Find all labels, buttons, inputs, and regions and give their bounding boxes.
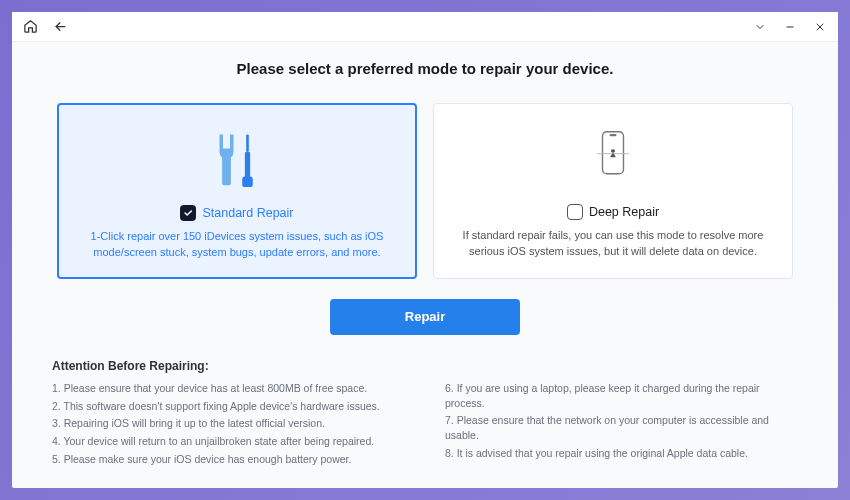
attention-item: 3. Repairing iOS will bring it up to the…	[52, 416, 405, 431]
attention-item: 5. Please make sure your iOS device has …	[52, 452, 405, 467]
svg-rect-1	[222, 156, 231, 186]
titlebar-right	[752, 19, 828, 35]
wrench-screwdriver-icon	[77, 119, 397, 199]
attention-block: Attention Before Repairing: 1. Please en…	[48, 355, 802, 466]
titlebar	[12, 12, 838, 42]
attention-right-col: 6. If you are using a laptop, please kee…	[445, 381, 798, 466]
page-title: Please select a preferred mode to repair…	[48, 60, 802, 77]
checkbox-checked-icon[interactable]	[180, 205, 196, 221]
phone-device-icon	[452, 118, 774, 198]
card-title-row: Deep Repair	[452, 204, 774, 220]
chevron-down-icon[interactable]	[752, 19, 768, 35]
minimize-icon[interactable]	[782, 19, 798, 35]
attention-item: 6. If you are using a laptop, please kee…	[445, 381, 798, 410]
titlebar-left	[22, 19, 68, 35]
mode-cards-row: Standard Repair 1-Click repair over 150 …	[48, 103, 802, 279]
svg-rect-2	[245, 152, 250, 180]
mode-card-standard[interactable]: Standard Repair 1-Click repair over 150 …	[57, 103, 417, 279]
mode-card-deep[interactable]: Deep Repair If standard repair fails, yo…	[433, 103, 793, 279]
home-icon[interactable]	[22, 19, 38, 35]
deep-title: Deep Repair	[589, 205, 659, 219]
back-icon[interactable]	[52, 19, 68, 35]
close-icon[interactable]	[812, 19, 828, 35]
svg-rect-3	[242, 177, 253, 188]
repair-button[interactable]: Repair	[330, 299, 520, 335]
svg-rect-4	[246, 135, 249, 153]
main-content: Please select a preferred mode to repair…	[12, 42, 838, 488]
card-title-row: Standard Repair	[77, 205, 397, 221]
attention-heading: Attention Before Repairing:	[52, 359, 798, 373]
attention-columns: 1. Please ensure that your device has at…	[52, 381, 798, 466]
checkbox-unchecked-icon[interactable]	[567, 204, 583, 220]
svg-rect-6	[610, 134, 617, 136]
standard-desc: 1-Click repair over 150 iDevices system …	[77, 229, 397, 261]
attention-item: 1. Please ensure that your device has at…	[52, 381, 405, 396]
primary-button-wrap: Repair	[48, 299, 802, 335]
attention-left-col: 1. Please ensure that your device has at…	[52, 381, 405, 466]
app-window: Please select a preferred mode to repair…	[12, 12, 838, 488]
attention-item: 8. It is advised that you repair using t…	[445, 446, 798, 461]
deep-desc: If standard repair fails, you can use th…	[452, 228, 774, 260]
attention-item: 7. Please ensure that the network on you…	[445, 413, 798, 442]
attention-item: 4. Your device will return to an unjailb…	[52, 434, 405, 449]
attention-item: 2. This software doesn't support fixing …	[52, 399, 405, 414]
standard-title: Standard Repair	[202, 206, 293, 220]
